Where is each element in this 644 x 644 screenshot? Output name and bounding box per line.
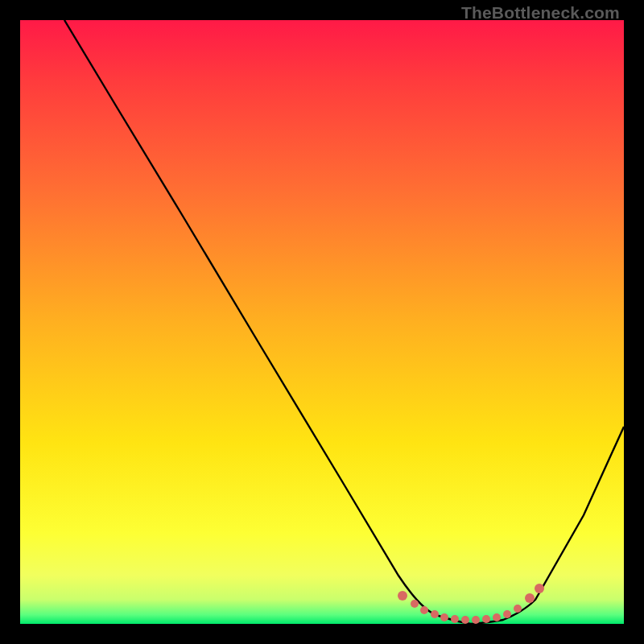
svg-point-10 xyxy=(503,610,511,618)
svg-point-9 xyxy=(493,613,501,621)
chart-frame xyxy=(20,20,624,624)
chart-svg xyxy=(20,20,624,624)
svg-point-8 xyxy=(482,615,490,623)
svg-point-4 xyxy=(440,613,448,621)
svg-point-6 xyxy=(461,616,469,624)
svg-point-5 xyxy=(451,615,459,623)
svg-point-7 xyxy=(472,616,480,624)
svg-point-1 xyxy=(411,600,419,608)
bottleneck-curve-line xyxy=(64,20,624,624)
svg-point-13 xyxy=(535,584,544,593)
svg-point-2 xyxy=(420,606,428,614)
svg-point-3 xyxy=(431,610,439,618)
svg-point-11 xyxy=(514,605,522,613)
svg-point-0 xyxy=(398,591,407,601)
svg-point-12 xyxy=(525,593,535,603)
